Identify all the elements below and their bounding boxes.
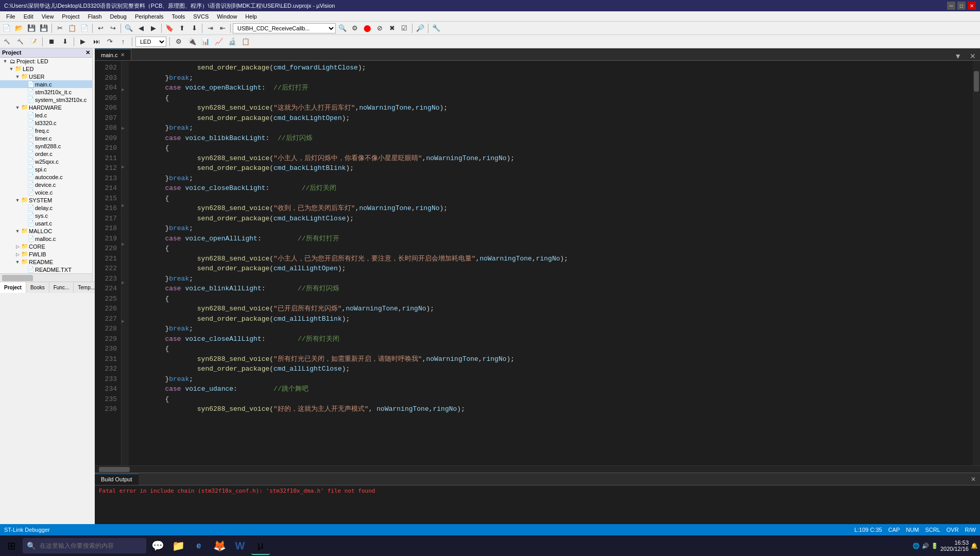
taskbar-search-box[interactable]: 🔍 <box>23 538 146 553</box>
tree-item-stm32f10x-it[interactable]: 📄 stm32f10x_it.c <box>0 88 92 96</box>
tree-item-user[interactable]: ▼ 📁 USER <box>0 73 92 80</box>
menu-file[interactable]: File <box>2 12 20 21</box>
outdent-btn[interactable]: ⇤ <box>217 23 228 34</box>
disable-bp-btn[interactable]: ⊘ <box>374 23 385 34</box>
tree-item-system[interactable]: ▼ 📁 SYSTEM <box>0 196 92 204</box>
inspect-btn[interactable]: 🔍 <box>337 23 348 34</box>
stop-btn[interactable]: ⏹ <box>46 36 57 47</box>
tab-collapse-btn[interactable]: ▼ <box>950 52 966 60</box>
tab-main-c[interactable]: main.c ✕ <box>95 49 131 60</box>
copy-btn[interactable]: 📋 <box>66 23 78 34</box>
menu-debug[interactable]: Debug <box>106 12 131 21</box>
zoom-in-btn[interactable]: 🔎 <box>415 23 426 34</box>
target-dropdown[interactable]: LED <box>135 37 166 47</box>
start-button[interactable]: ⊞ <box>2 536 21 555</box>
tree-item-timer[interactable]: 📄 timer.c <box>0 134 92 142</box>
rebuild-btn[interactable]: 🔨 <box>14 36 26 47</box>
tree-item-readme[interactable]: ▼ 📁 README <box>0 258 92 266</box>
tree-item-usart[interactable]: 📄 usart.c <box>0 219 92 227</box>
tree-item-main-c[interactable]: 📄 main.c <box>0 80 92 88</box>
tree-item-syn8288[interactable]: 📄 syn8288.c <box>0 142 92 150</box>
fold-column[interactable]: ▶ ▶ ▶ <box>122 61 129 465</box>
find-btn[interactable]: 🔍 <box>123 23 134 34</box>
tab-close-btn[interactable]: ✕ <box>121 52 125 58</box>
tree-item-delay[interactable]: 📄 delay.c <box>0 204 92 212</box>
next-bookmark-btn[interactable]: ⬇ <box>188 23 200 34</box>
tree-item-fwlib[interactable]: ▷ 📁 FWLIB <box>0 250 92 258</box>
tree-item-project-led[interactable]: ▼ 🗂 Project: LED <box>0 58 92 65</box>
sidebar-tab-func[interactable]: Func... <box>49 282 74 293</box>
tree-item-led-c[interactable]: 📄 led.c <box>0 111 92 119</box>
tree-item-w25qxx[interactable]: 📄 w25qxx.c <box>0 158 92 165</box>
navigate-back-btn[interactable]: ◀ <box>135 23 147 34</box>
close-button[interactable]: ✕ <box>968 2 976 10</box>
navigate-fwd-btn[interactable]: ▶ <box>148 23 159 34</box>
sidebar-tab-books[interactable]: Books <box>26 282 49 293</box>
tree-item-sys[interactable]: 📄 sys.c <box>0 212 92 219</box>
extra-btn[interactable]: 🔧 <box>431 23 442 34</box>
code-editor[interactable]: 202 203 204 205 206 207 208 209 210 211 … <box>95 61 980 465</box>
menu-window[interactable]: Window <box>213 12 241 21</box>
paste-btn[interactable]: 📄 <box>79 23 90 34</box>
open-btn[interactable]: 📂 <box>13 23 25 34</box>
settings-btn[interactable]: ⚙ <box>349 23 360 34</box>
clear-bp-btn[interactable]: ✖ <box>386 23 398 34</box>
menu-view[interactable]: View <box>38 12 58 21</box>
tree-item-autocode[interactable]: 📄 autocode.c <box>0 173 92 181</box>
tree-item-freq[interactable]: 📄 freq.c <box>0 127 92 134</box>
code-content[interactable]: send_order_package(cmd_forwardLightClose… <box>129 61 973 465</box>
tree-item-readme-txt[interactable]: 📄 README.TXT <box>0 266 92 273</box>
download-btn[interactable]: ⬇ <box>59 36 71 47</box>
task-view-btn[interactable]: 💬 <box>148 536 167 555</box>
cut-btn[interactable]: ✂ <box>54 23 65 34</box>
trace-btn[interactable]: 📈 <box>213 36 225 47</box>
tree-item-hardware[interactable]: ▼ 📁 HARDWARE <box>0 103 92 111</box>
logic-btn[interactable]: 📊 <box>200 36 211 47</box>
breakpoint-btn[interactable]: ⬤ <box>362 23 373 34</box>
event-btn[interactable]: 📋 <box>240 36 251 47</box>
tree-item-ld3320[interactable]: 📄 ld3320.c <box>0 119 92 127</box>
app-icon-active[interactable]: μ <box>251 536 270 555</box>
menu-edit[interactable]: Edit <box>20 12 38 21</box>
build-output-close-btn[interactable]: ✕ <box>967 476 980 483</box>
sidebar-scrollbar[interactable] <box>0 273 92 282</box>
save-btn[interactable]: 💾 <box>26 23 37 34</box>
redo-btn[interactable]: ↪ <box>107 23 118 34</box>
file-explorer-btn[interactable]: 📁 <box>169 536 187 555</box>
taskbar-search-input[interactable] <box>40 538 142 553</box>
undo-btn[interactable]: ↩ <box>95 23 106 34</box>
step-btn[interactable]: ⏭ <box>91 36 102 47</box>
maximize-button[interactable]: □ <box>957 2 966 10</box>
menu-svcs[interactable]: SVCS <box>189 12 213 21</box>
tree-item-core[interactable]: ▷ 📁 CORE <box>0 242 92 250</box>
editor-scrollbar-h[interactable] <box>95 465 980 473</box>
step-out-btn[interactable]: ↑ <box>117 36 129 47</box>
tree-item-malloc-c[interactable]: 📄 malloc.c <box>0 235 92 242</box>
sidebar-close-btn[interactable]: ✕ <box>85 49 90 56</box>
debug-settings-btn[interactable]: ⚙ <box>173 36 184 47</box>
sidebar-tab-project[interactable]: Project <box>0 282 26 293</box>
menu-project[interactable]: Project <box>58 12 83 21</box>
periph-btn[interactable]: 🔌 <box>186 36 198 47</box>
minimize-button[interactable]: ─ <box>947 2 955 10</box>
analysis-btn[interactable]: 🔬 <box>227 36 238 47</box>
menu-flash[interactable]: Flash <box>84 12 106 21</box>
tree-item-device[interactable]: 📄 device.c <box>0 181 92 188</box>
firefox-btn[interactable]: 🦊 <box>210 536 229 555</box>
sidebar-tree[interactable]: ▼ 🗂 Project: LED ▼ 📁 LED ▼ 📁 USER <box>0 58 92 273</box>
tree-item-order[interactable]: 📄 order.c <box>0 150 92 158</box>
function-dropdown[interactable]: USBH_CDC_ReceiveCallb... <box>233 23 336 33</box>
save-all-btn[interactable]: 💾 <box>38 23 49 34</box>
edge-btn[interactable]: e <box>190 536 208 555</box>
tree-item-led[interactable]: ▼ 📁 LED <box>0 65 92 73</box>
run-btn[interactable]: ▶ <box>77 36 89 47</box>
notification-icon[interactable]: 🔔 <box>971 543 978 549</box>
step-over-btn[interactable]: ↷ <box>104 36 115 47</box>
menu-help[interactable]: Help <box>241 12 261 21</box>
bp-settings-btn[interactable]: ☑ <box>399 23 410 34</box>
word-btn[interactable]: W <box>231 536 249 555</box>
menu-tools[interactable]: Tools <box>168 12 190 21</box>
tree-item-malloc[interactable]: ▼ 📁 MALLOC <box>0 227 92 235</box>
indent-btn[interactable]: ⇥ <box>204 23 216 34</box>
tab-build-output[interactable]: Build Output <box>95 474 139 485</box>
